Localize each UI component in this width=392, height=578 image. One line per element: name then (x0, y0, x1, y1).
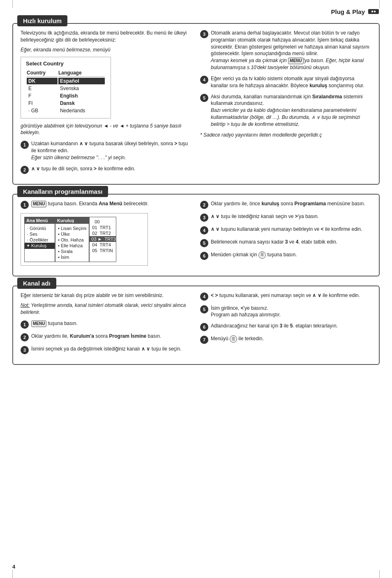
s3-step1-content: MENU tuşuna basın. (31, 320, 192, 327)
s2-step2-content: Oklar yardımı ile, önce kuruluş sonra Pr… (211, 200, 371, 207)
step1-num: 1 (21, 141, 29, 149)
step5-content: Aksi durumda, kanalları numaralandırmak … (211, 93, 371, 128)
section1-italic-note: Eğer, ekranda menü belirmezse, menüyü (21, 47, 192, 53)
menu-mid-sirala: • Sırala (58, 248, 86, 254)
section2-content: 1 MENU tuşuna basın. Ekranda Ana Menü be… (21, 200, 371, 270)
country-row-fi: FI Dansk (27, 100, 105, 107)
svg-rect-1 (371, 11, 373, 12)
section2-step6: 6 Menüden çıkmak için ☰ tuşuna basın. (200, 251, 371, 260)
section1-step4: 4 Eğer verici ya da tv kablo sistemi oto… (200, 75, 371, 89)
country-table: Country Language DK Español E Svenska F … (26, 69, 106, 115)
menu-mid-isim: • İsim (58, 254, 86, 260)
s3-step2-num: 2 (21, 333, 29, 341)
s3-step3-content: İsmini seçmek ya da değiştirmek istediği… (31, 346, 192, 353)
step5-num: 5 (200, 94, 208, 102)
section3-step4: 4 < > tuşunu kullanarak, yeni numarayı s… (200, 292, 371, 301)
menu-item-ozellikler: · Özellikler (27, 237, 52, 243)
lang-english: English (58, 93, 105, 99)
s2-step3-num: 3 (200, 214, 208, 222)
s2-step5-content: Belirlenecek numara sayısı kadar 3 ve 4.… (211, 239, 371, 246)
section1-step3: 3 Otomatik arama derhal başlayacaktır. M… (200, 30, 371, 71)
country-e: E (27, 85, 58, 92)
section1-left: Televizyonu ilk açtığınızda, ekranda bir… (21, 30, 192, 178)
section3-step6: 6 Adlandıracağınız her kanal için 3 ile … (200, 323, 371, 331)
section3-step5: 5 İsim girilince, <'ye basınız. Program … (200, 305, 371, 319)
step2-content: ∧ ∨ tuşu ile dili seçin, sonra > ile kon… (31, 165, 192, 172)
corner-line-br (379, 570, 380, 578)
menu-mid-oto: • Oto. Hafıza (58, 237, 86, 243)
menu-right-col: 00 01TRT1 02TRT2 03 ►TRT3 04TRT4 05TRTIN (89, 217, 116, 262)
section2-title-wrapper: Kanalların programlanması (17, 188, 108, 195)
s3-step7-num: 7 (200, 336, 208, 344)
s2-step2-num: 2 (200, 201, 208, 209)
section3-title-wrapper: Kanal adı (17, 280, 56, 287)
menu-kurulus-title: Kuruluş (55, 217, 89, 224)
country-fi: FI (27, 100, 58, 107)
menu-right-02: 02TRT2 (92, 230, 113, 236)
remote-note: görüntüye alabilmek için televizyonun ◄ … (21, 123, 192, 137)
s3-step3-num: 3 (21, 346, 29, 354)
section1-intro: Televizyonu ilk açtığınızda, ekranda bir… (21, 30, 192, 44)
not-label: Not: (21, 302, 30, 308)
section2-step3: 3 ∧ ∨ tuşu ile istediğiniz kanalı seçin … (200, 213, 371, 222)
step3-content: Otomatik arama derhal başlayacaktır. Mev… (211, 30, 371, 71)
section3-step1: 1 MENU tuşuna basın. (21, 320, 192, 329)
section-hizli-kurulum: Hızlı kurulum Televizyonu ilk açtığınızd… (12, 23, 380, 185)
menu-right-00: 00 (92, 219, 113, 225)
section3-step2: 2 Oklar yardımı ile, Kurulum'a sonra Pro… (21, 333, 192, 341)
s2-step1-num: 1 (21, 201, 29, 209)
country-table-header: Country Language (27, 70, 105, 77)
s2-step3-content: ∧ ∨ tuşu ile istediğiniz kanalı seçin ve… (211, 213, 371, 220)
col-language-header: Language (58, 70, 105, 77)
col-country-header: Country (27, 70, 58, 77)
section3-right: 4 < > tuşunu kullanarak, yeni numarayı s… (200, 292, 371, 358)
menu-right-03: 03 ►TRT3 (90, 236, 116, 242)
section1-step2: 2 ∧ ∨ tuşu ile dili seçin, sonra > ile k… (21, 165, 192, 174)
lang-espanol: Español (58, 78, 105, 84)
country-gb: · GB (27, 107, 58, 114)
svg-rect-2 (374, 11, 376, 12)
menu-item-goruntu: · Görüntü (27, 225, 52, 231)
menu-inner: Ana Menü · Görüntü · Ses · Özellikler ✦ … (24, 217, 144, 262)
s2-step1-content: MENU tuşuna basın. Ekranda Ana Menü beli… (31, 200, 192, 207)
plug-icon-group (367, 7, 380, 16)
s2-step4-num: 4 (200, 226, 208, 234)
section3-content: Eğer isterseniz bir kanalı dış prize ala… (21, 292, 371, 358)
menu-mid-lisan: • Lisan Seçimi (58, 225, 86, 231)
s3-step4-num: 4 (200, 292, 208, 301)
section2-right: 2 Oklar yardımı ile, önce kuruluş sonra … (200, 200, 371, 270)
plug-play-text: Plug & Play (331, 8, 365, 15)
section1-right: 3 Otomatik arama derhal başlayacaktır. M… (200, 30, 371, 178)
s3-step2-content: Oklar yardımı ile, Kurulum'a sonra Progr… (31, 333, 192, 340)
country-row-gb: · GB Nederlands (27, 107, 105, 114)
plug-play-badge: Plug & Play (331, 7, 380, 16)
lang-svenska: Svenska (58, 85, 105, 92)
menu-right-05: 05TRTIN (92, 248, 113, 253)
section2-title: Kanalların programlanması (17, 186, 108, 197)
asterisk-note: * Sadece radyo yayınlarını ileten modell… (200, 132, 371, 138)
section1-title: Hızlı kurulum (17, 15, 67, 26)
menu-item-ses: · Ses (27, 231, 52, 237)
corner-line-tl (12, 0, 13, 8)
corner-line-bl (12, 570, 13, 578)
menu-screenshot: Ana Menü · Görüntü · Ses · Özellikler ✦ … (21, 213, 148, 266)
s3-step6-num: 6 (200, 323, 208, 331)
s3-step1-num: 1 (21, 320, 29, 329)
s3-step7-content: Menüyü ☰ ile terkedin. (211, 335, 371, 343)
menu-mid-elle: • Elle Hafıza (58, 243, 86, 248)
menu-ana-title: Ana Menü (25, 217, 55, 224)
section1-step1: 1 Uzaktan kumandanın ∧ ∨ tuşuna basarak … (21, 140, 192, 161)
section1-step5: 5 Aksi durumda, kanalları numaralandırma… (200, 93, 371, 128)
section3-left: Eğer isterseniz bir kanalı dış prize ala… (21, 292, 192, 358)
plug-icon (367, 7, 380, 16)
section3-step3: 3 İsmini seçmek ya da değiştirmek istedi… (21, 346, 192, 354)
s2-step5-num: 5 (200, 239, 208, 247)
section2-left: 1 MENU tuşuna basın. Ekranda Ana Menü be… (21, 200, 192, 270)
section3-step7: 7 Menüyü ☰ ile terkedin. (200, 335, 371, 344)
section3-title: Kanal adı (17, 278, 56, 289)
section1-title-wrapper: Hızlı kurulum (17, 17, 67, 24)
s3-step6-content: Adlandıracağınız her kanal için 3 ile 5.… (211, 323, 371, 330)
country-f: F (27, 93, 58, 99)
country-dk: DK (27, 78, 58, 84)
menu-item-kurulus: ✦ Kuruluş (25, 243, 55, 249)
